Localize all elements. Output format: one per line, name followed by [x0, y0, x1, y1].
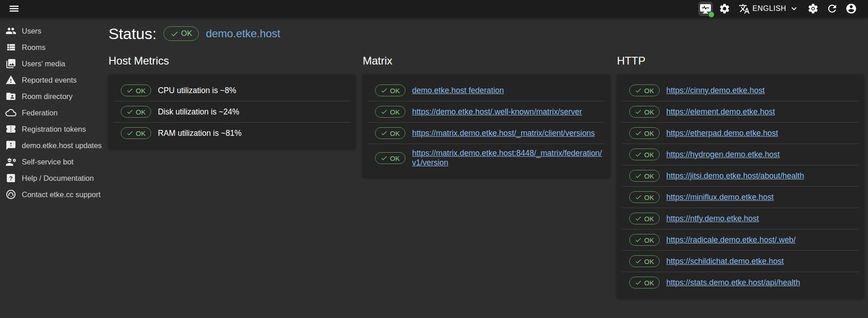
ok-chip-label: OK	[390, 154, 400, 162]
sidebar-item-demo-etke-host-updates[interactable]: demo.etke.host updates	[0, 137, 100, 154]
status-row-item: OK Disk utilization is ~24%	[108, 101, 355, 122]
language-label: ENGLISH	[753, 5, 786, 13]
sidebar-item-users[interactable]: Users	[0, 23, 100, 39]
ok-chip-label: OK	[644, 258, 654, 265]
language-selector[interactable]: ENGLISH	[738, 1, 800, 16]
check-icon	[126, 129, 133, 137]
sidebar-item-label: Contact etke.cc support	[22, 190, 100, 199]
sidebar-item-label: Users	[22, 27, 41, 35]
status-ok-badge: OK	[163, 26, 199, 41]
users-media-icon	[5, 58, 16, 69]
sidebar-item-label: Room directory	[22, 92, 73, 101]
account-button[interactable]	[844, 1, 858, 16]
check-icon	[635, 172, 642, 179]
refresh-button[interactable]	[825, 1, 839, 16]
check-icon	[635, 129, 642, 137]
server-health-button[interactable]	[698, 1, 713, 16]
federation-icon	[5, 107, 16, 118]
status-sections: Host Metrics OK CPU utilization is ~8% O…	[108, 55, 864, 298]
section-title: Host Metrics	[108, 55, 355, 67]
sidebar-item-reported-events[interactable]: Reported events	[0, 72, 100, 88]
ok-chip-label: OK	[644, 129, 654, 137]
sidebar: Users Rooms Users' media Reported events…	[0, 17, 100, 318]
section-host-metrics: Host Metrics OK CPU utilization is ~8% O…	[108, 55, 355, 298]
check-icon	[380, 87, 388, 94]
theme-settings-button[interactable]	[806, 1, 820, 16]
service-link[interactable]: https://miniflux.demo.etke.host	[666, 193, 774, 202]
status-host-link[interactable]: demo.etke.host	[206, 27, 280, 40]
section-http: HTTP OK https://cinny.demo.etke.host OK …	[617, 55, 864, 298]
sidebar-item-federation[interactable]: Federation	[0, 104, 100, 121]
status-row-item: OK https://hydrogen.demo.etke.host	[617, 144, 864, 165]
sidebar-item-label: Users' media	[22, 60, 65, 68]
ok-chip: OK	[629, 277, 660, 288]
sidebar-item-registration-tokens[interactable]: Registration tokens	[0, 121, 100, 137]
svg-text:?: ?	[9, 175, 13, 182]
check-icon	[635, 87, 642, 94]
service-link[interactable]: https://radicale.demo.etke.host/.web/	[666, 235, 796, 245]
status-row-item: OK https://miniflux.demo.etke.host	[617, 187, 864, 208]
ok-chip-label: OK	[136, 108, 146, 116]
ok-chip: OK	[629, 170, 660, 182]
service-link[interactable]: https://matrix.demo.etke.host:8448/_matr…	[412, 149, 602, 168]
sidebar-item-room-directory[interactable]: Room directory	[0, 88, 100, 104]
service-link[interactable]: https://element.demo.etke.host	[666, 107, 775, 117]
ok-chip-label: OK	[644, 215, 654, 223]
sidebar-item-help-documentation[interactable]: ? Help / Documentation	[0, 170, 100, 186]
chevron-down-icon	[789, 4, 799, 14]
service-link[interactable]: https://cinny.demo.etke.host	[666, 86, 765, 95]
ok-chip-label: OK	[136, 87, 146, 94]
ok-chip-label: OK	[644, 279, 654, 287]
ok-chip: OK	[629, 213, 660, 224]
status-row-item: OK RAM utilization is ~81%	[108, 123, 355, 144]
status-row-item: OK CPU utilization is ~8%	[108, 80, 355, 101]
service-link[interactable]: https://etherpad.demo.etke.host	[666, 129, 778, 138]
service-link[interactable]: https://ntfy.demo.etke.host	[666, 214, 759, 224]
service-link[interactable]: https://matrix.demo.etke.host/_matrix/cl…	[412, 129, 595, 138]
updates-icon	[5, 140, 16, 151]
service-link[interactable]: https://demo.etke.host/.well-known/matri…	[412, 107, 582, 117]
status-row-item: OK demo.etke.host federation	[363, 80, 610, 101]
section-matrix: Matrix OK demo.etke.host federation OK h…	[363, 55, 610, 298]
check-icon	[635, 215, 642, 222]
ok-chip: OK	[629, 127, 660, 139]
section-card: OK CPU utilization is ~8% OK Disk utiliz…	[108, 75, 355, 149]
sidebar-item-users-media[interactable]: Users' media	[0, 55, 100, 72]
ok-chip-label: OK	[136, 129, 146, 137]
status-row-item: OK https://etherpad.demo.etke.host	[617, 123, 864, 144]
check-icon	[635, 108, 642, 115]
settings-button[interactable]	[717, 1, 732, 16]
status-row-item: OK https://element.demo.etke.host	[617, 101, 864, 122]
status-row-item: OK https://ntfy.demo.etke.host	[617, 208, 864, 229]
ok-chip-label: OK	[644, 194, 654, 201]
service-link[interactable]: https://schildichat.demo.etke.host	[666, 257, 784, 266]
sidebar-item-label: demo.etke.host updates	[22, 141, 102, 150]
check-icon	[380, 108, 388, 115]
check-icon	[380, 154, 388, 162]
sidebar-item-rooms[interactable]: Rooms	[0, 39, 100, 55]
ok-chip: OK	[375, 84, 405, 96]
ok-chip: OK	[121, 127, 151, 139]
ok-chip: OK	[629, 84, 660, 96]
sidebar-item-label: Rooms	[22, 43, 45, 52]
ok-chip-label: OK	[644, 87, 654, 94]
service-link[interactable]: https://jitsi.demo.etke.host/about/healt…	[666, 171, 804, 181]
check-icon	[635, 236, 642, 243]
sidebar-item-contact-etke-cc-support[interactable]: Contact etke.cc support	[0, 186, 100, 203]
check-icon	[380, 129, 388, 137]
app-bar: ENGLISH	[0, 0, 868, 17]
room-directory-icon	[5, 91, 16, 102]
status-row-item: OK https://schildichat.demo.etke.host	[617, 251, 864, 272]
menu-button[interactable]	[7, 1, 21, 16]
ok-chip: OK	[375, 127, 405, 139]
service-link[interactable]: https://stats.demo.etke.host/api/health	[666, 278, 800, 288]
sidebar-item-self-service-bot[interactable]: Self-service bot	[0, 154, 100, 170]
ok-chip: OK	[629, 106, 660, 118]
check-icon	[635, 194, 642, 201]
reported-events-icon	[5, 75, 16, 85]
service-link[interactable]: demo.etke.host federation	[412, 86, 504, 95]
menu-icon	[8, 3, 20, 15]
status-ok-label: OK	[181, 29, 192, 38]
status-row-item: OK https://jitsi.demo.etke.host/about/he…	[617, 165, 864, 186]
service-link[interactable]: https://hydrogen.demo.etke.host	[666, 150, 780, 159]
